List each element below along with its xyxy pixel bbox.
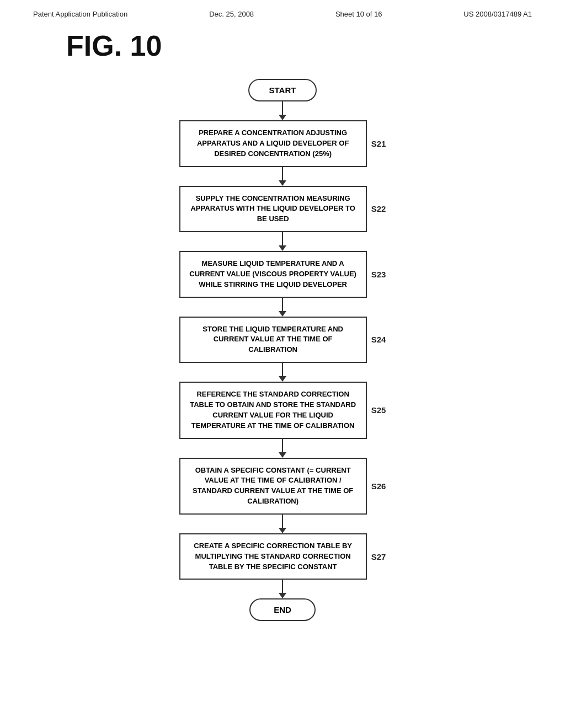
step-row-s24: STORE THE LIQUID TEMPERATURE AND CURRENT… (179, 317, 386, 363)
step-label-s22: S22 (371, 204, 386, 213)
step-label-s26: S26 (371, 481, 386, 491)
step-row-s25: REFERENCE THE STANDARD CORRECTION TABLE … (179, 382, 386, 438)
step-label-s21: S21 (371, 139, 386, 148)
process-box-s21: PREPARE A CONCENTRATION ADJUSTING APPARA… (179, 120, 367, 167)
step-label-s27: S27 (371, 552, 386, 561)
arrow-5 (279, 439, 286, 458)
step-row-s21: PREPARE A CONCENTRATION ADJUSTING APPARA… (179, 120, 386, 167)
process-box-s22: SUPPLY THE CONCENTRATION MEASURING APPAR… (179, 186, 367, 233)
process-box-s26: OBTAIN A SPECIFIC CONSTANT (= CURRENT VA… (179, 458, 367, 515)
header-date: Dec. 25, 2008 (209, 10, 254, 18)
page-header: Patent Application Publication Dec. 25, … (0, 0, 565, 24)
process-box-s25: REFERENCE THE STANDARD CORRECTION TABLE … (179, 382, 367, 438)
step-label-s23: S23 (371, 270, 386, 279)
arrow-4 (279, 363, 286, 382)
figure-title: FIG. 10 (66, 29, 565, 62)
header-left: Patent Application Publication (33, 10, 127, 18)
end-terminal: END (249, 598, 316, 621)
process-box-s24: STORE THE LIQUID TEMPERATURE AND CURRENT… (179, 317, 367, 363)
arrow-1 (279, 167, 286, 186)
step-row-s27: CREATE A SPECIFIC CORRECTION TABLE BY MU… (179, 533, 386, 580)
step-label-s24: S24 (371, 335, 386, 344)
arrow-2 (279, 232, 286, 251)
start-terminal: START (248, 79, 317, 101)
step-row-s23: MEASURE LIQUID TEMPERATURE AND A CURRENT… (179, 251, 386, 298)
flowchart: START PREPARE A CONCENTRATION ADJUSTING … (0, 79, 565, 643)
step-row-s26: OBTAIN A SPECIFIC CONSTANT (= CURRENT VA… (179, 458, 386, 515)
step-label-s25: S25 (371, 405, 386, 415)
step-row-s22: SUPPLY THE CONCENTRATION MEASURING APPAR… (179, 186, 386, 233)
process-box-s27: CREATE A SPECIFIC CORRECTION TABLE BY MU… (179, 533, 367, 580)
header-sheet: Sheet 10 of 16 (335, 10, 382, 18)
header-patent: US 2008/0317489 A1 (463, 10, 532, 18)
process-box-s23: MEASURE LIQUID TEMPERATURE AND A CURRENT… (179, 251, 367, 298)
arrow-6 (279, 515, 286, 533)
arrow-0 (279, 101, 286, 120)
arrow-7 (279, 580, 286, 598)
arrow-3 (279, 298, 286, 317)
